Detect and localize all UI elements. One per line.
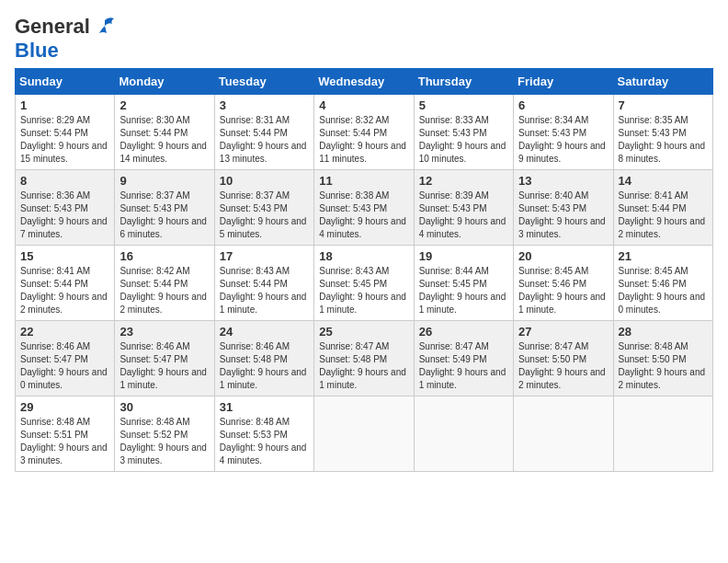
calendar-cell: 17Sunrise: 8:43 AMSunset: 5:44 PMDayligh… xyxy=(214,246,313,321)
calendar-cell: 9Sunrise: 8:37 AMSunset: 5:43 PMDaylight… xyxy=(115,170,214,246)
weekday-header-monday: Monday xyxy=(115,69,214,95)
calendar-cell: 20Sunrise: 8:45 AMSunset: 5:46 PMDayligh… xyxy=(514,246,613,321)
day-number: 26 xyxy=(419,325,508,339)
calendar-week-row: 15Sunrise: 8:41 AMSunset: 5:44 PMDayligh… xyxy=(16,246,713,321)
day-info: Sunrise: 8:47 AMSunset: 5:49 PMDaylight:… xyxy=(419,340,508,392)
day-info: Sunrise: 8:40 AMSunset: 5:43 PMDaylight:… xyxy=(518,190,608,241)
day-info: Sunrise: 8:46 AMSunset: 5:47 PMDaylight:… xyxy=(119,340,209,392)
day-number: 31 xyxy=(220,400,309,414)
day-info: Sunrise: 8:32 AMSunset: 5:44 PMDaylight:… xyxy=(319,114,408,166)
calendar-cell: 16Sunrise: 8:42 AMSunset: 5:44 PMDayligh… xyxy=(115,246,214,321)
calendar-cell: 1Sunrise: 8:29 AMSunset: 5:44 PMDaylight… xyxy=(16,95,115,170)
day-info: Sunrise: 8:48 AMSunset: 5:52 PMDaylight:… xyxy=(119,416,209,467)
calendar-week-row: 1Sunrise: 8:29 AMSunset: 5:44 PMDaylight… xyxy=(16,95,713,170)
calendar-cell: 23Sunrise: 8:46 AMSunset: 5:47 PMDayligh… xyxy=(115,321,214,396)
calendar-cell: 29Sunrise: 8:48 AMSunset: 5:51 PMDayligh… xyxy=(16,396,115,472)
calendar-week-row: 8Sunrise: 8:36 AMSunset: 5:43 PMDaylight… xyxy=(16,170,713,246)
calendar-cell: 13Sunrise: 8:40 AMSunset: 5:43 PMDayligh… xyxy=(514,170,613,246)
logo-general: General xyxy=(15,15,90,39)
day-info: Sunrise: 8:36 AMSunset: 5:43 PMDaylight:… xyxy=(20,190,109,241)
calendar-cell: 25Sunrise: 8:47 AMSunset: 5:48 PMDayligh… xyxy=(314,321,414,396)
calendar-cell: 28Sunrise: 8:48 AMSunset: 5:50 PMDayligh… xyxy=(613,321,712,396)
calendar-cell xyxy=(414,396,513,472)
day-number: 10 xyxy=(220,174,309,188)
calendar-cell: 10Sunrise: 8:37 AMSunset: 5:43 PMDayligh… xyxy=(214,170,313,246)
day-number: 15 xyxy=(20,249,109,263)
day-info: Sunrise: 8:45 AMSunset: 5:46 PMDaylight:… xyxy=(619,265,708,316)
weekday-header-row: SundayMondayTuesdayWednesdayThursdayFrid… xyxy=(16,69,713,95)
weekday-header-sunday: Sunday xyxy=(16,69,115,95)
day-info: Sunrise: 8:29 AMSunset: 5:44 PMDaylight:… xyxy=(20,114,109,166)
day-number: 16 xyxy=(119,249,209,263)
day-info: Sunrise: 8:44 AMSunset: 5:45 PMDaylight:… xyxy=(419,265,508,316)
calendar-cell: 5Sunrise: 8:33 AMSunset: 5:43 PMDaylight… xyxy=(414,95,513,170)
calendar-cell: 22Sunrise: 8:46 AMSunset: 5:47 PMDayligh… xyxy=(16,321,115,396)
calendar-cell: 7Sunrise: 8:35 AMSunset: 5:43 PMDaylight… xyxy=(613,95,712,170)
day-number: 27 xyxy=(518,325,608,339)
calendar-cell: 8Sunrise: 8:36 AMSunset: 5:43 PMDaylight… xyxy=(16,170,115,246)
calendar-cell: 4Sunrise: 8:32 AMSunset: 5:44 PMDaylight… xyxy=(314,95,414,170)
calendar-cell xyxy=(514,396,613,472)
logo-bird-icon xyxy=(92,17,118,37)
day-info: Sunrise: 8:43 AMSunset: 5:44 PMDaylight:… xyxy=(220,265,309,316)
day-number: 2 xyxy=(119,98,209,112)
header: General Blue xyxy=(15,15,713,63)
calendar-cell: 15Sunrise: 8:41 AMSunset: 5:44 PMDayligh… xyxy=(16,246,115,321)
calendar-cell: 12Sunrise: 8:39 AMSunset: 5:43 PMDayligh… xyxy=(414,170,513,246)
calendar-cell: 14Sunrise: 8:41 AMSunset: 5:44 PMDayligh… xyxy=(613,170,712,246)
calendar-week-row: 29Sunrise: 8:48 AMSunset: 5:51 PMDayligh… xyxy=(16,396,713,472)
day-info: Sunrise: 8:46 AMSunset: 5:48 PMDaylight:… xyxy=(220,340,309,392)
day-number: 14 xyxy=(619,174,708,188)
weekday-header-thursday: Thursday xyxy=(414,69,513,95)
calendar-cell: 18Sunrise: 8:43 AMSunset: 5:45 PMDayligh… xyxy=(314,246,414,321)
day-number: 19 xyxy=(419,249,508,263)
day-info: Sunrise: 8:48 AMSunset: 5:53 PMDaylight:… xyxy=(220,416,309,467)
day-number: 21 xyxy=(619,249,708,263)
day-number: 29 xyxy=(20,400,109,414)
day-number: 23 xyxy=(119,325,209,339)
calendar-cell: 31Sunrise: 8:48 AMSunset: 5:53 PMDayligh… xyxy=(214,396,313,472)
calendar-cell: 21Sunrise: 8:45 AMSunset: 5:46 PMDayligh… xyxy=(613,246,712,321)
day-number: 28 xyxy=(619,325,708,339)
day-info: Sunrise: 8:41 AMSunset: 5:44 PMDaylight:… xyxy=(20,265,109,316)
calendar-cell: 6Sunrise: 8:34 AMSunset: 5:43 PMDaylight… xyxy=(514,95,613,170)
day-number: 7 xyxy=(619,98,708,112)
day-number: 30 xyxy=(119,400,209,414)
day-number: 17 xyxy=(220,249,309,263)
logo: General Blue xyxy=(15,15,118,63)
day-number: 11 xyxy=(319,174,408,188)
day-number: 20 xyxy=(518,249,608,263)
logo-blue-text: Blue xyxy=(15,39,59,62)
day-number: 6 xyxy=(518,98,608,112)
calendar-cell: 11Sunrise: 8:38 AMSunset: 5:43 PMDayligh… xyxy=(314,170,414,246)
calendar-cell: 27Sunrise: 8:47 AMSunset: 5:50 PMDayligh… xyxy=(514,321,613,396)
day-info: Sunrise: 8:39 AMSunset: 5:43 PMDaylight:… xyxy=(419,190,508,241)
day-number: 22 xyxy=(20,325,109,339)
day-info: Sunrise: 8:31 AMSunset: 5:44 PMDaylight:… xyxy=(220,114,309,166)
weekday-header-saturday: Saturday xyxy=(613,69,712,95)
day-info: Sunrise: 8:35 AMSunset: 5:43 PMDaylight:… xyxy=(619,114,708,166)
calendar: SundayMondayTuesdayWednesdayThursdayFrid… xyxy=(15,68,713,472)
day-number: 12 xyxy=(419,174,508,188)
day-number: 9 xyxy=(119,174,209,188)
calendar-cell: 3Sunrise: 8:31 AMSunset: 5:44 PMDaylight… xyxy=(214,95,313,170)
day-info: Sunrise: 8:37 AMSunset: 5:43 PMDaylight:… xyxy=(220,190,309,241)
day-info: Sunrise: 8:45 AMSunset: 5:46 PMDaylight:… xyxy=(518,265,608,316)
day-number: 18 xyxy=(319,249,408,263)
day-number: 25 xyxy=(319,325,408,339)
day-info: Sunrise: 8:47 AMSunset: 5:50 PMDaylight:… xyxy=(518,340,608,392)
calendar-cell: 24Sunrise: 8:46 AMSunset: 5:48 PMDayligh… xyxy=(214,321,313,396)
calendar-cell: 2Sunrise: 8:30 AMSunset: 5:44 PMDaylight… xyxy=(115,95,214,170)
calendar-cell: 19Sunrise: 8:44 AMSunset: 5:45 PMDayligh… xyxy=(414,246,513,321)
day-number: 1 xyxy=(20,98,109,112)
day-number: 4 xyxy=(319,98,408,112)
day-info: Sunrise: 8:41 AMSunset: 5:44 PMDaylight:… xyxy=(619,190,708,241)
day-info: Sunrise: 8:33 AMSunset: 5:43 PMDaylight:… xyxy=(419,114,508,166)
calendar-cell xyxy=(613,396,712,472)
day-number: 3 xyxy=(220,98,309,112)
weekday-header-wednesday: Wednesday xyxy=(314,69,414,95)
day-info: Sunrise: 8:47 AMSunset: 5:48 PMDaylight:… xyxy=(319,340,408,392)
weekday-header-friday: Friday xyxy=(514,69,613,95)
day-info: Sunrise: 8:48 AMSunset: 5:50 PMDaylight:… xyxy=(619,340,708,392)
day-info: Sunrise: 8:30 AMSunset: 5:44 PMDaylight:… xyxy=(119,114,209,166)
